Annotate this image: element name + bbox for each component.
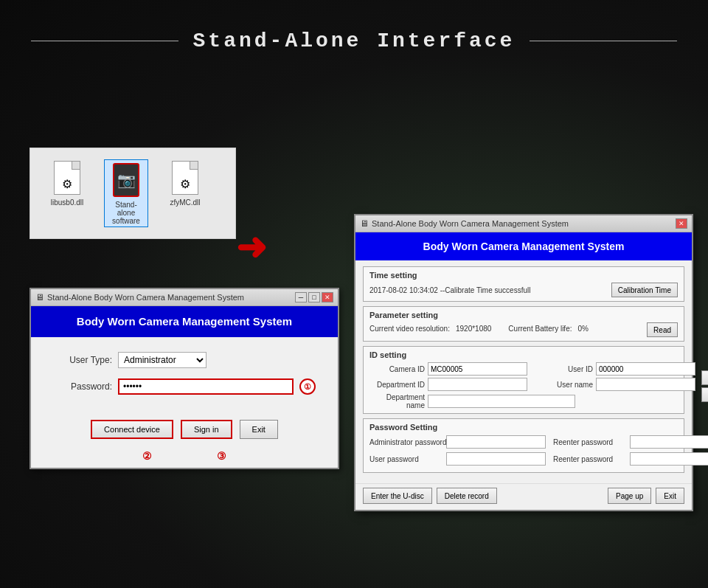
time-setting-section: Time setting 2017-08-02 10:34:02 --Calib… (363, 266, 684, 302)
button-labels: ② ③ (31, 450, 338, 468)
file-label-zfymc: zfyMC.dll (170, 198, 200, 207)
password-input-group: ① (118, 378, 316, 395)
main-header-text: Body Worn Camera Management System (423, 241, 625, 252)
id-setting-title: ID setting (369, 350, 678, 359)
user-type-row: User Type: Administrator (53, 352, 316, 368)
delete-record-button[interactable]: Delete record (437, 488, 497, 504)
login-header: Body Worn Camera Management System (31, 306, 338, 337)
main-title: 🖥 Stand-Alone Body Worn Camera Managemen… (360, 218, 569, 229)
main-exit-button[interactable]: Exit (656, 488, 684, 504)
user-reenter-label: Reenter password (553, 455, 627, 463)
label-circle-1: ① (299, 378, 316, 395)
main-window: 🖥 Stand-Alone Body Worn Camera Managemen… (354, 214, 693, 511)
gear-icon-2: ⚙ (180, 177, 190, 191)
user-pw-input[interactable] (446, 452, 546, 466)
battery-value: 0% (578, 325, 589, 333)
id-fields: Camera ID User ID Department ID User nam… (369, 362, 695, 409)
admin-pw-label: Administrator password (369, 438, 443, 446)
maximize-button[interactable]: □ (308, 292, 320, 302)
parameter-inner: Current video resolution: 1920*1080 Curr… (369, 322, 678, 337)
admin-pw-input[interactable] (446, 435, 546, 449)
time-row: 2017-08-02 10:34:02 --Calibrate Time suc… (369, 283, 678, 297)
user-name-label: User name (538, 381, 593, 389)
login-title: 🖥 Stand-Alone Body Worn Camera Managemen… (35, 292, 244, 302)
password-row: Password: ① (53, 378, 316, 395)
id-setting-inner: Camera ID User ID Department ID User nam… (369, 362, 678, 409)
user-id-input[interactable] (596, 362, 695, 376)
time-setting-title: Time setting (369, 271, 678, 280)
minimize-button[interactable]: ─ (295, 292, 307, 302)
login-footer: Connect device Sign in Exit (31, 416, 338, 450)
main-close-button[interactable]: ✕ (676, 218, 687, 229)
section-header: Stand-Alone Interface (0, 30, 708, 52)
dll-file-doc-2: ⚙ (172, 161, 198, 195)
connect-device-button[interactable]: Connect device (91, 420, 173, 439)
file-label-libusb: libusb0.dll (51, 198, 83, 207)
read-parameter-button[interactable]: Read (647, 322, 678, 337)
setting-id-button[interactable]: Setting (701, 387, 708, 402)
page-title: Stand-Alone Interface (193, 30, 516, 52)
page-up-button[interactable]: Page up (608, 488, 651, 504)
file-label-standalone: Stand-alonesoftware (112, 201, 140, 225)
file-icons-panel: ⚙ libusb0.dll 📷 Stand-alonesoftware ⚙ zf… (30, 148, 236, 239)
user-type-label: User Type: (53, 355, 112, 365)
label-circle-2: ② (142, 450, 152, 462)
user-pw-label: User password (369, 455, 443, 463)
dept-id-label: Department ID (369, 381, 425, 389)
login-win-controls: ─ □ ✕ (295, 292, 333, 302)
password-input[interactable] (118, 378, 294, 395)
gear-icon-1: ⚙ (62, 177, 72, 191)
resolution-label: Current video resolution: (369, 325, 450, 333)
login-window: 🖥 Stand-Alone Body Worn Camera Managemen… (30, 288, 339, 469)
camera-id-input[interactable] (428, 362, 527, 376)
reenter-pw-input[interactable] (630, 435, 708, 449)
main-body: Time setting 2017-08-02 10:34:02 --Calib… (355, 260, 692, 483)
file-icon-zfymc[interactable]: ⚙ zfyMC.dll (163, 159, 207, 207)
dll-file-doc-1: ⚙ (54, 161, 80, 195)
password-setting-title: Password Setting (369, 423, 678, 432)
user-name-input[interactable] (596, 378, 695, 391)
arrow-icon: ➜ (236, 229, 267, 266)
dept-name-input[interactable] (428, 395, 575, 408)
password-grid: Administrator password Reenter password … (369, 435, 678, 466)
read-id-button[interactable]: Read (701, 370, 708, 385)
main-footer: Enter the U-disc Delete record Page up E… (355, 483, 692, 510)
dept-name-label: Department name (369, 393, 425, 409)
dept-id-row: Department ID User name (369, 378, 695, 391)
camera-id-label: Camera ID (369, 365, 425, 373)
enter-udisc-button[interactable]: Enter the U-disc (363, 488, 432, 504)
reenter-pw-row: Reenter password setting (553, 435, 708, 449)
label-circle-3: ③ (217, 450, 226, 462)
user-reenter-row: Reenter password setting (553, 452, 708, 466)
sign-in-button[interactable]: Sign in (181, 420, 232, 439)
dept-id-input[interactable] (428, 378, 527, 391)
user-reenter-input[interactable] (630, 452, 708, 466)
id-buttons: Read Setting (701, 370, 708, 402)
exit-button[interactable]: Exit (240, 420, 278, 439)
header-line-left (31, 41, 178, 41)
main-titlebar: 🖥 Stand-Alone Body Worn Camera Managemen… (355, 215, 692, 232)
password-label: Password: (53, 381, 112, 392)
id-setting-section: ID setting Camera ID User ID Department … (363, 346, 684, 414)
user-type-select[interactable]: Administrator (118, 352, 206, 368)
resolution-value: 1920*1080 (456, 325, 491, 333)
param-row: Current video resolution: 1920*1080 Curr… (369, 325, 589, 333)
user-id-label: User ID (538, 365, 593, 373)
password-setting-section: Password Setting Administrator password … (363, 418, 684, 473)
header-line-right (530, 41, 677, 41)
file-icon-libusb[interactable]: ⚙ libusb0.dll (45, 159, 89, 207)
login-titlebar: 🖥 Stand-Alone Body Worn Camera Managemen… (31, 289, 338, 306)
battery-label: Current Battery life: (508, 325, 572, 333)
file-icon-standalone[interactable]: 📷 Stand-alonesoftware (104, 159, 148, 227)
parameter-setting-title: Parameter setting (369, 311, 678, 319)
close-button[interactable]: ✕ (322, 292, 333, 302)
reenter-pw-label: Reenter password (553, 438, 627, 446)
admin-pw-row: Administrator password (369, 435, 546, 449)
calibration-time-button[interactable]: Calibration Time (611, 283, 678, 297)
user-pw-row: User password (369, 452, 546, 466)
camera-icon: 📷 (113, 163, 139, 197)
main-header: Body Worn Camera Management System (355, 232, 692, 260)
main-win-controls: ✕ (676, 218, 687, 229)
camera-id-row: Camera ID User ID (369, 362, 695, 376)
login-body: User Type: Administrator Password: ① (31, 337, 338, 416)
